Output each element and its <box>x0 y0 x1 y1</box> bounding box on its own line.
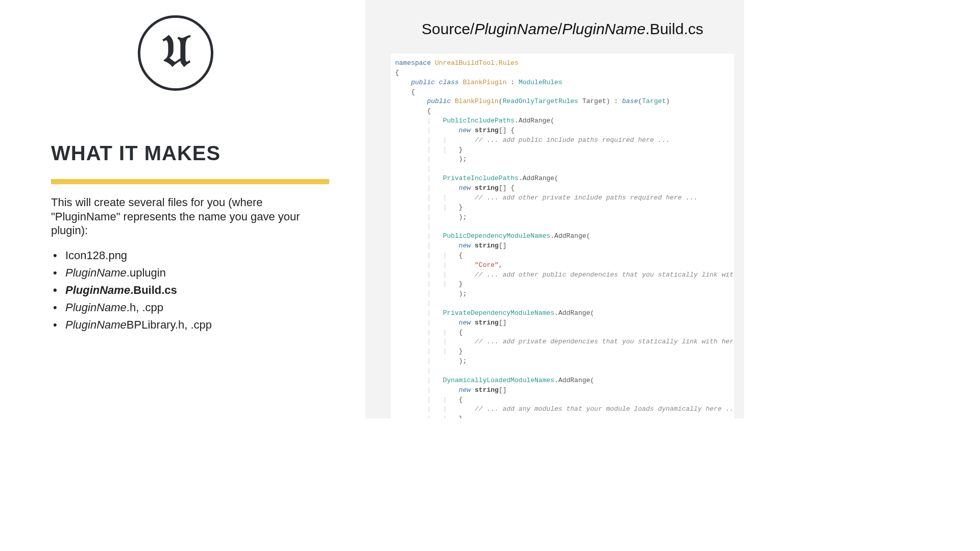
code-token: ); <box>459 155 467 163</box>
file-text: .h, .cpp <box>127 301 163 314</box>
code-token: PublicIncludePaths <box>443 117 514 124</box>
heading-underline <box>51 179 329 184</box>
code-token: ReadOnlyTargetRules <box>503 97 578 105</box>
left-panel: 𝔘 WHAT IT MAKES This will create several… <box>0 0 365 418</box>
code-token: // ... add other private include paths r… <box>475 194 698 202</box>
code-token: { <box>459 329 463 336</box>
code-token: [] <box>499 242 507 249</box>
code-token: BlankPlugin <box>463 79 507 86</box>
unreal-logo: 𝔘 <box>138 15 335 91</box>
code-token: // ... add public include paths required… <box>475 136 670 144</box>
code-token: // ... add any modules that your module … <box>475 405 734 413</box>
file-text: Icon128.png <box>65 249 127 262</box>
code-token: PrivateDependencyModuleNames <box>443 309 554 317</box>
code-token: ModuleRules <box>519 79 562 86</box>
code-token: UnrealBuildTool.Rules <box>435 59 519 67</box>
code-token: PrivateIncludePaths <box>443 174 519 182</box>
code-path-title: Source/PluginName/PluginName.Build.cs <box>391 20 734 38</box>
code-token: namespace <box>395 59 435 67</box>
code-block: namespace UnrealBuildTool.Rules { public… <box>391 53 734 418</box>
path-segment: Source/ <box>422 20 474 37</box>
code-token: .AddRange( <box>519 174 558 182</box>
code-token: "Core" <box>475 261 499 269</box>
code-token: .AddRange( <box>514 117 554 124</box>
code-token: DynamicallyLoadedModuleNames <box>443 377 554 384</box>
code-token: { <box>459 252 463 259</box>
file-text: PluginName <box>65 301 127 314</box>
code-token: string <box>475 386 499 394</box>
code-token: ); <box>459 290 467 297</box>
code-token: string <box>475 184 499 192</box>
code-token: ); <box>459 357 467 365</box>
code-token: BlankPlugin <box>455 97 499 105</box>
list-item-active: PluginName.Build.cs <box>51 282 335 299</box>
code-token: [] <box>499 319 507 327</box>
code-token: string <box>475 319 499 327</box>
list-item: PluginNameBPLibrary.h, .cpp <box>51 316 335 334</box>
path-segment: .Build.cs <box>646 20 703 37</box>
code-token: ( <box>638 97 642 105</box>
file-text: PluginName <box>65 284 130 296</box>
code-token: { <box>459 396 463 404</box>
path-segment: / <box>558 20 562 37</box>
intro-text: This will create several files for you (… <box>51 195 334 238</box>
file-text: PluginName <box>65 266 127 279</box>
list-item: PluginName.uplugin <box>51 264 335 282</box>
code-token: .AddRange( <box>554 309 594 317</box>
code-token: Target <box>642 97 666 105</box>
code-token: : <box>506 79 518 86</box>
right-panel: Source/PluginName/PluginName.Build.cs na… <box>365 0 744 418</box>
code-token: string <box>475 242 499 249</box>
code-token: base <box>622 97 638 105</box>
code-token: Target) : <box>578 97 622 105</box>
file-text: .uplugin <box>127 266 166 279</box>
path-segment: PluginName <box>562 20 645 37</box>
code-token: ) <box>666 97 670 105</box>
code-token: new <box>459 184 475 192</box>
code-token: new <box>459 242 475 249</box>
code-token: PublicDependencyModuleNames <box>443 232 551 240</box>
file-text: .Build.cs <box>130 284 177 296</box>
code-token: .AddRange( <box>554 377 594 384</box>
code-token: , <box>499 261 503 269</box>
code-token: ); <box>459 213 467 221</box>
file-list: Icon128.png PluginName.uplugin PluginNam… <box>51 247 335 334</box>
logo-circle: 𝔘 <box>138 15 213 91</box>
code-token: [] { <box>499 127 514 134</box>
code-token: // ... add other public dependencies tha… <box>475 271 734 279</box>
code-token: new <box>459 386 475 394</box>
list-item: Icon128.png <box>51 247 335 264</box>
code-token: new <box>459 319 475 327</box>
code-token: public class <box>411 79 462 86</box>
code-token: // ... add private dependencies that you… <box>475 338 734 345</box>
file-text: BPLibrary.h, .cpp <box>127 318 212 331</box>
logo-u-icon: 𝔘 <box>161 29 190 73</box>
list-item: PluginName.h, .cpp <box>51 299 335 316</box>
path-segment: PluginName <box>474 20 557 37</box>
code-token: new <box>459 127 475 134</box>
code-token: [] { <box>499 184 514 192</box>
code-token: ( <box>499 97 503 105</box>
code-token: [] <box>499 386 507 394</box>
page-title: WHAT IT MAKES <box>51 142 335 165</box>
code-token: .AddRange( <box>550 232 590 240</box>
code-token: string <box>475 127 499 134</box>
code-token: public <box>427 97 455 105</box>
file-text: PluginName <box>65 318 127 331</box>
